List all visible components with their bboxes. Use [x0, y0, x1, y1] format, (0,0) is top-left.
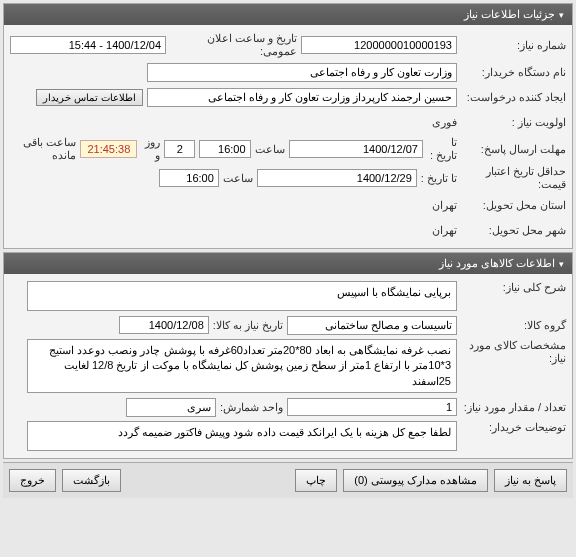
print-button[interactable]: چاپ — [295, 469, 337, 492]
unit-label: واحد شمارش: — [220, 401, 283, 414]
footer-toolbar: پاسخ به نیاز مشاهده مدارک پیوستی (0) چاپ… — [3, 462, 573, 498]
goods-panel-header[interactable]: ▾ اطلاعات کالاهای مورد نیاز — [4, 253, 572, 274]
min-valid-time-field[interactable]: 16:00 — [159, 169, 219, 187]
details-panel: ▾ جزئیات اطلاعات نیاز شماره نیاز: 120000… — [3, 3, 573, 249]
countdown-timer: 21:45:38 — [80, 140, 137, 158]
details-panel-header[interactable]: ▾ جزئیات اطلاعات نیاز — [4, 4, 572, 25]
notes-label: توضیحات خریدار: — [461, 421, 566, 434]
qty-label: تعداد / مقدار مورد نیاز: — [461, 401, 566, 414]
exit-button[interactable]: خروج — [9, 469, 56, 492]
spec-label: مشخصات کالای مورد نیاز: — [461, 339, 566, 365]
footer-spacer — [127, 469, 289, 492]
need-number-label: شماره نیاز: — [461, 39, 566, 52]
days-count-field[interactable]: 2 — [164, 140, 195, 158]
to-date-label-2: تا تاریخ : — [421, 172, 457, 185]
timer-suffix: ساعت باقی مانده — [10, 136, 76, 162]
time-label-1: ساعت — [255, 143, 285, 156]
need-number-field[interactable]: 1200000010000193 — [301, 36, 457, 54]
details-panel-title: جزئیات اطلاعات نیاز — [464, 8, 555, 21]
details-panel-body: شماره نیاز: 1200000010000193 تاریخ و ساع… — [4, 25, 572, 248]
public-time-label: تاریخ و ساعت اعلان عمومی: — [170, 32, 297, 58]
reply-button[interactable]: پاسخ به نیاز — [494, 469, 567, 492]
creator-field[interactable]: حسین ارجمند کارپرداز وزارت تعاون کار و ر… — [147, 88, 457, 107]
goods-panel: ▾ اطلاعات کالاهای مورد نیاز شرح کلی نیاز… — [3, 252, 573, 459]
city-value: تهران — [432, 224, 457, 237]
priority-value: فوری — [432, 116, 457, 129]
notes-textarea[interactable]: لطفا جمع کل هزینه با یک ایرانکد قیمت داد… — [27, 421, 457, 451]
creator-label: ایجاد کننده درخواست: — [461, 91, 566, 104]
province-label: استان محل تحویل: — [461, 199, 566, 212]
days-and-text: روز و — [141, 136, 160, 162]
need-date-field[interactable]: 1400/12/08 — [119, 316, 209, 334]
deadline-time-field[interactable]: 16:00 — [199, 140, 250, 158]
desc-label: شرح کلی نیاز: — [461, 281, 566, 294]
group-label: گروه کالا: — [461, 319, 566, 332]
view-attachments-button[interactable]: مشاهده مدارک پیوستی (0) — [343, 469, 488, 492]
chevron-down-icon: ▾ — [559, 259, 564, 269]
min-valid-label: حداقل تاریخ اعتبار قیمت: — [461, 165, 566, 191]
city-label: شهر محل تحویل: — [461, 224, 566, 237]
goods-panel-title: اطلاعات کالاهای مورد نیاز — [439, 257, 555, 270]
contact-buyer-button[interactable]: اطلاعات تماس خریدار — [36, 89, 143, 106]
public-time-field[interactable]: 1400/12/04 - 15:44 — [10, 36, 166, 54]
group-field[interactable]: تاسیسات و مصالح ساختمانی — [287, 316, 457, 335]
min-valid-date-field[interactable]: 1400/12/29 — [257, 169, 417, 187]
priority-label: اولویت نیاز : — [461, 116, 566, 129]
spec-textarea[interactable]: نصب غرفه نمایشگاهی به ابعاد 80*20متر تعد… — [27, 339, 457, 393]
to-date-label-1: تا تاریخ : — [427, 136, 457, 162]
back-button[interactable]: بازگشت — [62, 469, 121, 492]
desc-textarea[interactable]: برپایی نمایشگاه با اسپیس — [27, 281, 457, 311]
qty-field[interactable]: 1 — [287, 398, 457, 416]
goods-panel-body: شرح کلی نیاز: برپایی نمایشگاه با اسپیس گ… — [4, 274, 572, 458]
buyer-field[interactable]: وزارت تعاون کار و رفاه اجتماعی — [147, 63, 457, 82]
deadline-send-label: مهلت ارسال پاسخ: — [461, 143, 566, 156]
time-label-2: ساعت — [223, 172, 253, 185]
need-date-label: تاریخ نیاز به کالا: — [213, 319, 283, 332]
chevron-down-icon: ▾ — [559, 10, 564, 20]
deadline-date-field[interactable]: 1400/12/07 — [289, 140, 423, 158]
buyer-label: نام دستگاه خریدار: — [461, 66, 566, 79]
unit-field[interactable]: سری — [126, 398, 216, 417]
province-value: تهران — [432, 199, 457, 212]
